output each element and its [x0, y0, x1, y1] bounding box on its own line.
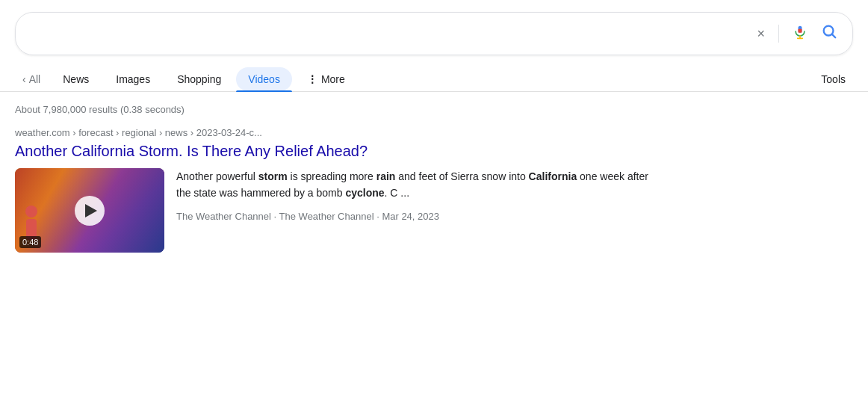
tab-images[interactable]: Images [104, 67, 162, 91]
result-title[interactable]: Another California Storm. Is There Any R… [15, 141, 657, 161]
result-thumbnail[interactable]: 0:48 [15, 168, 164, 253]
tab-shopping-label: Shopping [177, 73, 221, 85]
result-meta: The Weather Channel · The Weather Channe… [176, 209, 657, 225]
search-bar-row: california storm ahead × [0, 0, 868, 64]
tab-tools[interactable]: Tools [813, 67, 853, 91]
tab-images-label: Images [116, 73, 150, 85]
tab-shopping[interactable]: Shopping [165, 67, 233, 91]
result-snippet: Another powerful storm is spreading more… [176, 168, 657, 225]
tab-videos[interactable]: Videos [236, 67, 292, 91]
tab-all-label[interactable]: All [29, 73, 41, 85]
meta-date: Mar 24, 2023 [382, 211, 439, 222]
svg-rect-1 [799, 28, 802, 32]
search-divider [778, 25, 779, 43]
search-input[interactable]: california storm ahead [28, 27, 746, 40]
back-chevron-icon: ‹ [22, 73, 26, 85]
duration-badge: 0:48 [19, 236, 41, 248]
tab-more-label: More [321, 73, 345, 85]
meta-source: The Weather Channel [176, 211, 271, 222]
snippet-text: Another powerful storm is spreading more… [176, 170, 648, 199]
tools-label: Tools [821, 73, 846, 85]
bold-cyclone: cyclone [345, 187, 384, 199]
play-button[interactable] [75, 196, 105, 226]
search-icon[interactable] [818, 20, 840, 47]
result-item: weather.com › forecast › regional › news… [0, 121, 672, 265]
tab-videos-label: Videos [248, 73, 280, 85]
results-count: About 7,980,000 results (0.38 seconds) [15, 104, 185, 115]
meta-separator-1: · [274, 211, 279, 222]
tab-news[interactable]: News [51, 67, 101, 91]
tab-news-label: News [63, 73, 89, 85]
svg-line-5 [832, 34, 835, 37]
tabs-row: ‹ All News Images Shopping Videos ⋮ More… [0, 64, 868, 92]
more-dots-icon: ⋮ [307, 73, 318, 85]
breadcrumb-path: › forecast › regional › news › 2023-03-2… [70, 127, 262, 138]
tab-back[interactable]: ‹ All [15, 67, 48, 91]
mic-icon[interactable] [790, 22, 810, 46]
meta-via: The Weather Channel [279, 211, 374, 222]
clear-icon[interactable]: × [754, 23, 768, 45]
result-breadcrumb: weather.com › forecast › regional › news… [15, 127, 657, 138]
search-box: california storm ahead × [15, 12, 853, 55]
bold-storm: storm [258, 170, 288, 182]
bold-rain: rain [376, 170, 396, 182]
tab-more[interactable]: ⋮ More [295, 67, 357, 91]
play-triangle-icon [85, 204, 97, 217]
bold-california: California [529, 170, 577, 182]
breadcrumb-site: weather.com [15, 127, 70, 138]
result-content: 0:48 Another powerful storm is spreading… [15, 168, 657, 253]
results-info: About 7,980,000 results (0.38 seconds) [0, 92, 868, 121]
